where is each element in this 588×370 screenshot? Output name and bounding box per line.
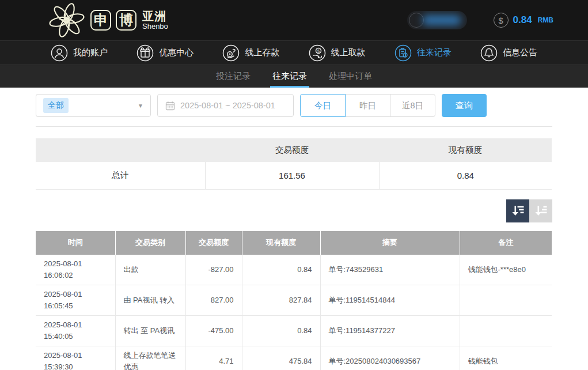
nav-label: 线上存款 — [245, 47, 279, 58]
brand-logo[interactable]: 申 博 亚洲 Shenbo — [49, 2, 168, 38]
nav-item-transaction-records[interactable]: 往来记录 — [394, 44, 452, 62]
records-icon — [394, 44, 412, 62]
summary-table: 交易额度 现有额度 总计 161.56 0.84 — [36, 138, 552, 190]
sort-ascending-icon — [533, 203, 548, 218]
nav-item-my-account[interactable]: 我的账户 — [51, 44, 108, 62]
user-icon — [51, 44, 68, 62]
summary-header-current-balance: 现有额度 — [379, 138, 552, 162]
blurred-username — [422, 15, 461, 25]
bell-icon — [480, 44, 498, 62]
top-header: 申 博 亚洲 Shenbo $ 0.84 RMB — [0, 0, 588, 40]
today-button[interactable]: 今日 — [300, 94, 346, 117]
nav-item-promotions[interactable]: 优惠中心 — [136, 44, 194, 62]
summary-header-empty — [36, 138, 205, 162]
nav-item-online-withdraw[interactable]: $ 线上取款 — [309, 44, 366, 62]
cell-current-balance: 827.84 — [242, 285, 320, 315]
dollar-coin-icon: $ — [494, 13, 509, 28]
nav-item-online-deposit[interactable]: 线上存款 — [222, 44, 279, 62]
cell-transaction-type: 出款 — [115, 255, 185, 285]
header-time: 时间 — [36, 231, 115, 255]
cell-transaction-amount: 827.00 — [185, 285, 242, 315]
logo-char-shen: 申 — [90, 10, 111, 31]
avatar-icon — [409, 13, 424, 28]
nav-label: 我的账户 — [73, 47, 108, 58]
cell-remark — [460, 285, 552, 315]
main-nav: 我的账户 优惠中心 线上存款 $ 线上取款 — [0, 40, 588, 65]
nav-label: 线上取款 — [331, 47, 366, 58]
sort-descending-button[interactable] — [506, 199, 529, 222]
table-row: 2025-08-01 16:05:45由 PA视讯 转入827.00827.84… — [36, 285, 552, 315]
table-row: 2025-08-01 15:40:05转出 至 PA视讯-475.000.84单… — [36, 316, 552, 346]
calendar-icon — [165, 101, 175, 111]
cell-transaction-amount: 4.71 — [185, 346, 242, 370]
header-transaction-amount: 交易额度 — [185, 231, 242, 255]
filter-bar: 全部 ▼ 2025-08-01 ~ 2025-08-01 今日 昨日 近8日 查… — [36, 92, 552, 118]
table-row: 2025-08-01 16:06:02出款-827.000.84单号:74352… — [36, 255, 552, 285]
header-remark: 备注 — [460, 231, 552, 255]
tab-transaction-records[interactable]: 往来记录 — [270, 65, 309, 88]
cell-transaction-amount: -827.00 — [185, 255, 242, 285]
nav-label: 优惠中心 — [159, 47, 194, 58]
cell-time: 2025-08-01 15:39:30 — [36, 346, 115, 370]
header-summary: 摘要 — [320, 231, 460, 255]
cell-summary: 单号:119514377227 — [320, 316, 460, 346]
summary-transaction-amount-value: 161.56 — [205, 162, 379, 189]
sort-descending-icon — [510, 203, 525, 218]
date-range-value: 2025-08-01 ~ 2025-08-01 — [180, 101, 275, 110]
selected-type-tag: 全部 — [43, 98, 69, 113]
sub-nav: 投注记录 往来记录 处理中订单 — [0, 65, 588, 88]
cell-transaction-type: 线上存款笔笔送优惠 — [115, 346, 185, 370]
section-divider — [36, 126, 552, 127]
cell-current-balance: 0.84 — [242, 255, 320, 285]
header-transaction-type: 交易类别 — [115, 231, 185, 255]
tab-betting-records[interactable]: 投注记录 — [214, 65, 253, 88]
chevron-down-icon: ▼ — [138, 103, 143, 109]
yesterday-button[interactable]: 昨日 — [345, 94, 390, 117]
summary-total-row: 总计 161.56 0.84 — [36, 162, 552, 189]
summary-header-row: 交易额度 现有额度 — [36, 138, 552, 162]
deposit-icon — [222, 44, 240, 62]
cell-summary: 单号:202508024030693567 — [320, 346, 460, 370]
balance-currency: RMB — [538, 16, 553, 24]
cell-current-balance: 475.84 — [242, 346, 320, 370]
nav-label: 往来记录 — [417, 47, 452, 58]
summary-header-transaction-amount: 交易额度 — [205, 138, 379, 162]
cell-summary: 单号:119514514844 — [320, 285, 460, 315]
logo-region-text: 亚洲 — [142, 10, 168, 22]
sort-ascending-button[interactable] — [529, 199, 552, 222]
blurred-username-pill[interactable] — [407, 11, 467, 29]
sort-controls — [36, 199, 552, 222]
content-area: 全部 ▼ 2025-08-01 ~ 2025-08-01 今日 昨日 近8日 查… — [0, 88, 588, 370]
date-range-input[interactable]: 2025-08-01 ~ 2025-08-01 — [157, 94, 294, 117]
balance-amount: 0.84 — [513, 14, 532, 26]
nav-label: 信息公告 — [503, 47, 537, 58]
cell-transaction-type: 由 PA视讯 转入 — [115, 285, 185, 315]
flower-logo-icon — [49, 2, 85, 38]
cell-remark: 钱能钱包 — [460, 346, 552, 370]
type-filter-select[interactable]: 全部 ▼ — [36, 94, 151, 117]
cell-summary: 单号:743529631 — [320, 255, 460, 285]
cell-remark — [460, 316, 552, 346]
nav-item-announcements[interactable]: 信息公告 — [480, 44, 537, 62]
transactions-table: 时间 交易类别 交易额度 现有额度 摘要 备注 2025-08-01 16:06… — [36, 231, 552, 370]
table-body: 2025-08-01 16:06:02出款-827.000.84单号:74352… — [36, 255, 552, 370]
cell-transaction-type: 转出 至 PA视讯 — [115, 316, 185, 346]
last-8-days-button[interactable]: 近8日 — [390, 94, 435, 117]
tab-pending-orders[interactable]: 处理中订单 — [327, 65, 374, 88]
withdraw-icon: $ — [309, 44, 326, 62]
gift-icon — [136, 44, 154, 62]
cell-time: 2025-08-01 15:40:05 — [36, 316, 115, 346]
cell-current-balance: 0.84 — [242, 316, 320, 346]
balance-display[interactable]: $ 0.84 RMB — [494, 13, 553, 28]
search-button[interactable]: 查询 — [442, 94, 487, 117]
cell-time: 2025-08-01 16:05:45 — [36, 285, 115, 315]
quick-date-group: 今日 昨日 近8日 — [300, 94, 435, 117]
table-header-row: 时间 交易类别 交易额度 现有额度 摘要 备注 — [36, 231, 552, 255]
summary-current-balance-value: 0.84 — [379, 162, 552, 189]
cell-time: 2025-08-01 16:06:02 — [36, 255, 115, 285]
header-current-balance: 现有额度 — [242, 231, 320, 255]
logo-suffix: 亚洲 Shenbo — [142, 10, 168, 31]
logo-char-bo: 博 — [116, 10, 136, 31]
summary-total-label: 总计 — [36, 162, 205, 189]
table-row: 2025-08-01 15:39:30线上存款笔笔送优惠4.71475.84单号… — [36, 346, 552, 370]
